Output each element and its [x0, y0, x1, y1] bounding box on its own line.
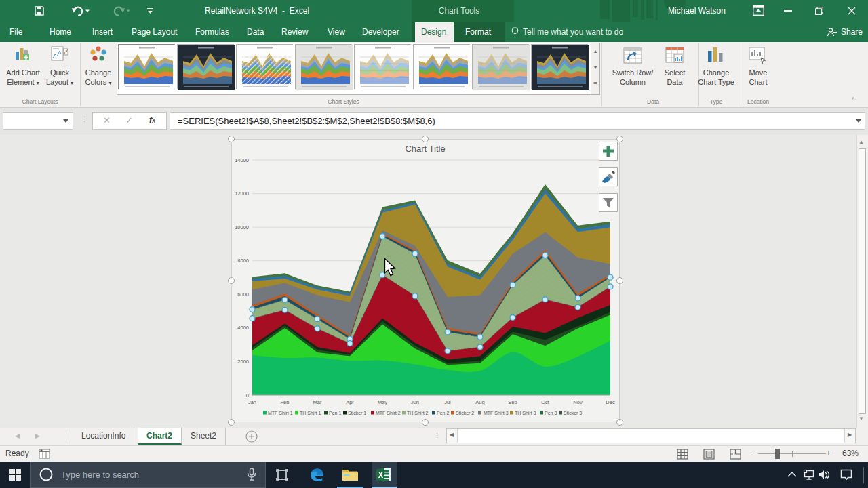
- svg-text:8000: 8000: [237, 258, 249, 264]
- svg-text:TH Shirt 1: TH Shirt 1: [300, 411, 321, 415]
- svg-text:Pen 3: Pen 3: [545, 411, 557, 415]
- svg-text:Oct: Oct: [541, 399, 550, 405]
- svg-text:4000: 4000: [237, 325, 249, 331]
- svg-text:Jul: Jul: [444, 399, 451, 405]
- svg-text:Jan: Jan: [248, 399, 256, 405]
- svg-text:Dec: Dec: [606, 399, 615, 405]
- svg-text:Chart Title: Chart Title: [405, 144, 445, 154]
- svg-text:MTF Shirt 2: MTF Shirt 2: [376, 411, 401, 415]
- svg-text:Sticker 1: Sticker 1: [348, 411, 366, 415]
- svg-text:Sep: Sep: [508, 399, 517, 405]
- svg-text:Feb: Feb: [281, 399, 290, 405]
- svg-text:Nov: Nov: [573, 399, 583, 405]
- svg-text:10000: 10000: [235, 224, 249, 230]
- svg-text:12000: 12000: [235, 190, 249, 197]
- svg-text:Jun: Jun: [411, 399, 419, 405]
- svg-text:6000: 6000: [237, 291, 249, 298]
- svg-text:0: 0: [246, 392, 249, 399]
- svg-text:Sticker 2: Sticker 2: [456, 411, 474, 415]
- svg-text:2000: 2000: [237, 359, 249, 365]
- svg-text:Mar: Mar: [313, 399, 322, 405]
- svg-text:TH Shirt 2: TH Shirt 2: [407, 411, 429, 415]
- svg-text:14000: 14000: [235, 157, 249, 163]
- svg-text:Apr: Apr: [346, 399, 354, 405]
- svg-text:Pen 1: Pen 1: [329, 411, 341, 415]
- svg-text:Pen 2: Pen 2: [437, 411, 449, 415]
- svg-text:MTF Shirt 3: MTF Shirt 3: [484, 411, 509, 415]
- svg-text:May: May: [378, 399, 387, 405]
- svg-text:TH Shirt 3: TH Shirt 3: [515, 411, 536, 415]
- svg-text:Sticker 3: Sticker 3: [564, 411, 582, 415]
- svg-text:Aug: Aug: [475, 399, 484, 405]
- svg-text:MTF Shirt 1: MTF Shirt 1: [268, 411, 293, 415]
